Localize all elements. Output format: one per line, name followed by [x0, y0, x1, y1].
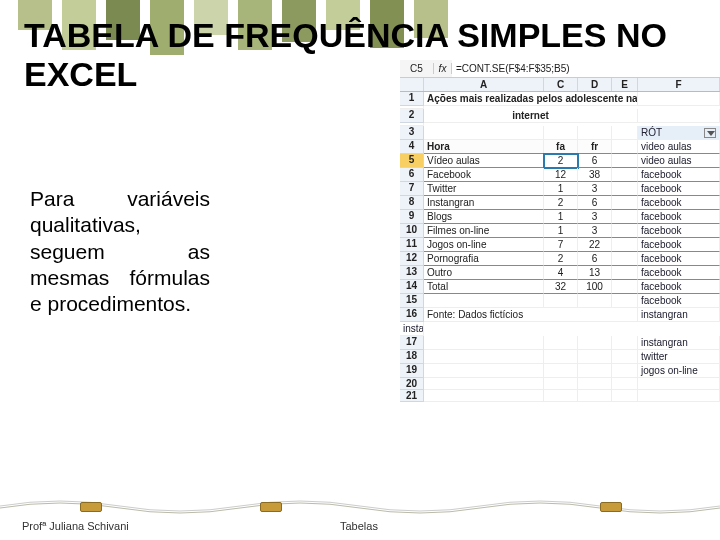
- cell: [424, 126, 544, 140]
- row-header: 3: [400, 126, 424, 140]
- cell: facebook: [638, 266, 720, 280]
- cell: 1: [544, 224, 578, 238]
- cell: [578, 378, 612, 390]
- table-row: 21: [400, 390, 720, 402]
- cell: facebook: [638, 238, 720, 252]
- cell: facebook: [638, 280, 720, 294]
- cell: [638, 109, 720, 123]
- cell: [612, 182, 638, 196]
- cell: [612, 378, 638, 390]
- cell: 32: [544, 280, 578, 294]
- table-row: 18twitter: [400, 350, 720, 364]
- row-header: 14: [400, 280, 424, 294]
- cell: [578, 294, 612, 308]
- cell: facebook: [638, 224, 720, 238]
- cell: [544, 350, 578, 364]
- row-header: 20: [400, 378, 424, 390]
- slide-footer: Profª Juliana Schivani Tabelas: [0, 494, 720, 534]
- row-header: 18: [400, 350, 424, 364]
- cell: [612, 140, 638, 154]
- cell: facebook: [638, 210, 720, 224]
- cell: instangran: [400, 322, 424, 336]
- cell: [424, 350, 544, 364]
- excel-screenshot: C5 fx =CONT.SE(F$4:F$35;B5) A C D E F 1A…: [400, 60, 720, 490]
- cell: [612, 294, 638, 308]
- column-headers: A C D E F: [400, 78, 720, 92]
- cell: twitter: [638, 350, 720, 364]
- cell: [544, 294, 578, 308]
- cell: [612, 266, 638, 280]
- cell: 38: [578, 168, 612, 182]
- cell: Blogs: [424, 210, 544, 224]
- row-header: 11: [400, 238, 424, 252]
- cell: Outro: [424, 266, 544, 280]
- footer-marker: [80, 502, 102, 512]
- cell: [612, 238, 638, 252]
- cell: Ações mais realizadas pelos adolescente …: [424, 92, 638, 106]
- cell: fa: [544, 140, 578, 154]
- cell: instangran: [638, 308, 720, 322]
- cell: Jogos on-line: [424, 238, 544, 252]
- cell: [638, 390, 720, 402]
- table-row: 20: [400, 378, 720, 390]
- row-header: 7: [400, 182, 424, 196]
- formula-input: =CONT.SE(F$4:F$35;B5): [452, 60, 720, 77]
- cell: Pornografia: [424, 252, 544, 266]
- cell: 6: [578, 196, 612, 210]
- cell: 6: [578, 154, 612, 168]
- cell: 4: [544, 266, 578, 280]
- cell: Instangran: [424, 196, 544, 210]
- row-header: 9: [400, 210, 424, 224]
- table-row: 5Vídeo aulas26video aulas: [400, 154, 720, 168]
- cell: 1: [544, 210, 578, 224]
- cell: 12: [544, 168, 578, 182]
- table-row: 16Fonte: Dados fictíciosinstangraninstan…: [400, 308, 720, 336]
- cell: facebook: [638, 252, 720, 266]
- cell: jogos on-line: [638, 364, 720, 378]
- cell: 100: [578, 280, 612, 294]
- cell: [544, 126, 578, 140]
- cell: [544, 336, 578, 350]
- cell: [544, 390, 578, 402]
- footer-marker: [600, 502, 622, 512]
- footer-author: Profª Juliana Schivani: [22, 520, 129, 532]
- cell: [578, 336, 612, 350]
- row-header: 17: [400, 336, 424, 350]
- table-row: 4Horafafrvideo aulas: [400, 140, 720, 154]
- cell: [612, 390, 638, 402]
- cell: [578, 390, 612, 402]
- cell: [612, 154, 638, 168]
- cell: 2: [544, 252, 578, 266]
- table-row: 19jogos on-line: [400, 364, 720, 378]
- cell: [612, 364, 638, 378]
- cell: [544, 364, 578, 378]
- row-header: 16: [400, 308, 424, 322]
- table-row: 10Filmes on-line13facebook: [400, 224, 720, 238]
- col-D: D: [578, 78, 612, 91]
- table-row: 3RÓT: [400, 126, 720, 140]
- cell: [612, 196, 638, 210]
- cell: 2: [544, 196, 578, 210]
- cell: [424, 364, 544, 378]
- cell: [612, 126, 638, 140]
- footer-marker: [260, 502, 282, 512]
- cell: [612, 168, 638, 182]
- cell: 6: [578, 252, 612, 266]
- cell: instangran: [638, 336, 720, 350]
- cell: [544, 378, 578, 390]
- formula-bar: C5 fx =CONT.SE(F$4:F$35;B5): [400, 60, 720, 78]
- name-box: C5: [400, 63, 434, 74]
- cell: Vídeo aulas: [424, 154, 544, 168]
- row-header: 6: [400, 168, 424, 182]
- table-row: 12Pornografia26facebook: [400, 252, 720, 266]
- cell: [578, 350, 612, 364]
- table-row: 13Outro413facebook: [400, 266, 720, 280]
- cell: [612, 210, 638, 224]
- cell: [578, 364, 612, 378]
- cell: [612, 280, 638, 294]
- cell: [424, 294, 544, 308]
- cell: 2: [544, 154, 578, 168]
- cell: 13: [578, 266, 612, 280]
- row-header: 12: [400, 252, 424, 266]
- cell: RÓT: [638, 126, 720, 140]
